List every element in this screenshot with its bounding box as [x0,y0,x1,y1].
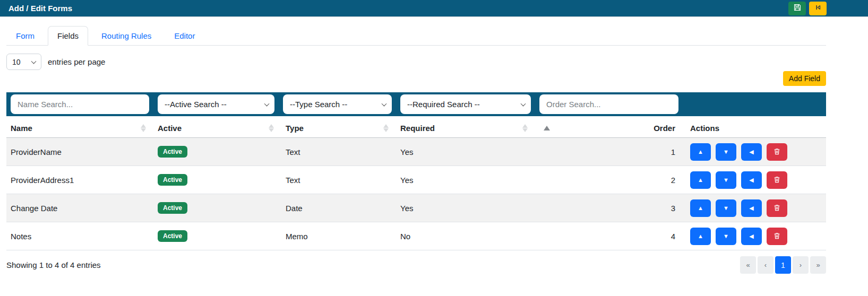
column-header-order[interactable]: Order [535,119,686,138]
cell-type: Date [281,194,396,222]
cell-name: ProviderName [6,138,153,166]
arrow-up-icon: ▲ [698,233,703,239]
type-search-select[interactable]: --Type Search -- [283,94,392,114]
arrow-left-icon: ◀ [749,205,753,212]
move-left-button[interactable]: ◀ [741,143,762,161]
arrow-down-icon: ▼ [723,149,729,155]
cell-active: Active [153,166,281,194]
cell-actions: ▲ ▼ ◀ [686,138,826,166]
move-up-button[interactable]: ▲ [690,143,711,161]
trash-icon [773,232,781,241]
cell-required: Yes [396,138,535,166]
move-down-button[interactable]: ▼ [716,171,736,189]
tab-fields[interactable]: Fields [48,26,88,46]
table-row: Change Date Active Date Yes 3 ▲ ▼ ◀ [6,194,826,222]
add-field-button[interactable]: Add Field [783,71,826,86]
trash-icon [773,147,781,156]
showing-entries-text: Showing 1 to 4 of 4 entries [6,260,101,269]
arrow-left-icon: ◀ [749,177,753,184]
floppy-save-icon [793,3,802,13]
move-down-button[interactable]: ▼ [716,143,736,161]
column-header-type[interactable]: Type [281,119,396,138]
column-header-name[interactable]: Name [6,119,153,138]
cell-type: Memo [281,222,396,250]
table-header-row: Name Active Type [6,119,826,138]
cell-actions: ▲ ▼ ◀ [686,222,826,250]
cell-required: Yes [396,166,535,194]
cell-active: Active [153,222,281,250]
sort-ascending-icon [544,126,550,130]
pagination-next[interactable]: › [793,256,809,274]
status-badge: Active [158,174,187,186]
cell-order: 2 [535,166,686,194]
cell-actions: ▲ ▼ ◀ [686,194,826,222]
sort-icon [269,124,274,132]
name-search-wrap [11,94,149,114]
table-body: ProviderName Active Text Yes 1 ▲ ▼ ◀ [6,138,826,250]
active-search-wrap: --Active Search -- [158,94,274,114]
cell-type: Text [281,166,396,194]
status-badge: Active [158,202,187,214]
cell-active: Active [153,138,281,166]
status-badge: Active [158,230,187,242]
arrow-left-icon: ◀ [749,149,753,155]
move-down-button[interactable]: ▼ [716,199,736,217]
delete-button[interactable] [767,228,787,245]
table-footer: Showing 1 to 4 of 4 entries « ‹ 1 › » [6,256,826,274]
column-header-actions: Actions [686,119,826,138]
move-left-button[interactable]: ◀ [741,171,762,189]
order-search-input[interactable] [539,94,678,114]
sort-icon [383,124,389,132]
arrow-up-icon: ▲ [698,205,703,211]
pagination-first[interactable]: « [740,256,756,274]
column-header-active[interactable]: Active [153,119,281,138]
fields-table: Name Active Type [6,119,826,250]
delete-button[interactable] [767,199,787,217]
delete-button[interactable] [767,143,787,161]
cell-active: Active [153,194,281,222]
arrow-up-icon: ▲ [698,149,703,155]
move-down-button[interactable]: ▼ [716,228,736,245]
table-row: ProviderName Active Text Yes 1 ▲ ▼ ◀ [6,138,826,166]
entries-per-page-select[interactable]: 10 [6,54,41,70]
tab-routing-rules[interactable]: Routing Rules [92,26,161,46]
trash-icon [773,204,781,213]
trash-icon [773,176,781,185]
cell-required: Yes [396,194,535,222]
cell-name: ProviderAddress1 [6,166,153,194]
cell-actions: ▲ ▼ ◀ [686,166,826,194]
name-search-input[interactable] [11,94,149,114]
topbar-actions [788,2,827,15]
tab-editor[interactable]: Editor [165,26,204,46]
required-search-select[interactable]: --Required Search -- [400,94,531,114]
move-up-button[interactable]: ▲ [690,199,711,217]
table-row: Notes Active Memo No 4 ▲ ▼ ◀ [6,222,826,250]
entries-per-page-label: entries per page [48,57,105,66]
pagination-last[interactable]: » [810,256,826,274]
type-search-wrap: --Type Search -- [283,94,392,114]
cell-order: 3 [535,194,686,222]
back-button[interactable] [809,2,827,15]
page-title: Add / Edit Forms [8,4,72,13]
required-search-wrap: --Required Search -- [400,94,531,114]
arrow-up-icon: ▲ [698,177,703,183]
column-header-required[interactable]: Required [396,119,535,138]
move-up-button[interactable]: ▲ [690,171,711,189]
arrow-down-icon: ▼ [723,205,729,211]
move-left-button[interactable]: ◀ [741,199,762,217]
pagination-prev[interactable]: ‹ [758,256,774,274]
sort-icon [141,124,146,132]
top-header-bar: Add / Edit Forms [0,0,868,17]
entries-per-page-row: 10 entries per page [6,54,826,70]
move-left-button[interactable]: ◀ [741,228,762,245]
cell-type: Text [281,138,396,166]
cell-name: Change Date [6,194,153,222]
move-up-button[interactable]: ▲ [690,228,711,245]
pagination-page-1[interactable]: 1 [775,256,791,274]
tab-form[interactable]: Form [6,26,44,46]
filter-bar: --Active Search -- --Type Search -- --Re… [6,92,826,116]
save-button[interactable] [788,2,806,15]
active-search-select[interactable]: --Active Search -- [158,94,274,114]
arrow-left-icon: ◀ [749,233,753,240]
delete-button[interactable] [767,171,787,189]
